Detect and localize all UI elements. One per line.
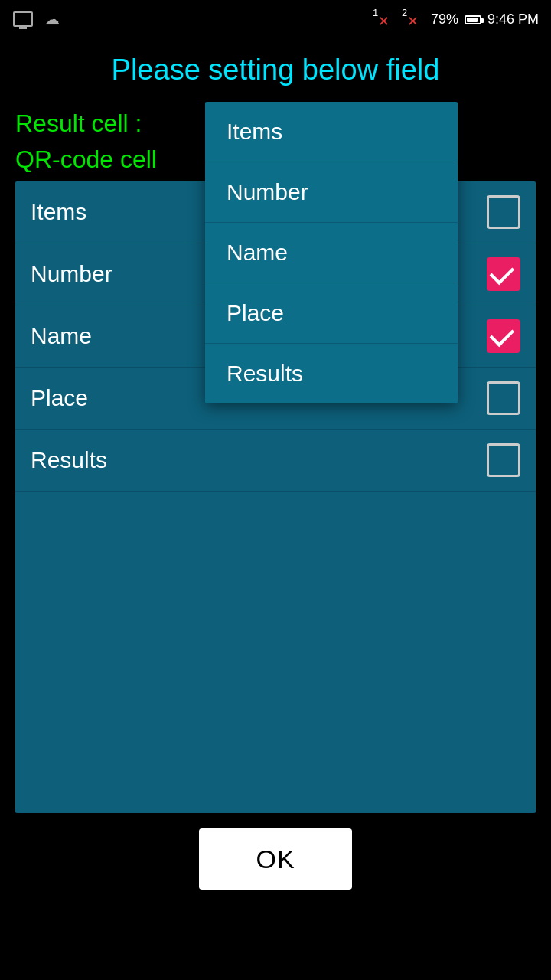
notification-2-badge: 2 ✕ [402,8,425,30]
status-bar: ☁ 1 ✕ 2 ✕ 79% 9:46 PM [0,0,551,38]
dropdown-item-items[interactable]: Items [205,102,458,162]
checkbox-results[interactable] [487,443,520,477]
dropdown-item-name[interactable]: Name [205,223,458,283]
time-display: 9:46 PM [487,11,539,28]
screen-icon [12,8,34,30]
result-cell-label: Result cell : [15,109,142,138]
checkbox-place[interactable] [487,381,520,415]
row-label-items: Items [31,199,86,225]
notification-1-badge: 1 ✕ [373,8,396,30]
page-title: Please setting below field [15,54,536,87]
table-row-results: Results [15,430,536,492]
dropdown-menu: Items Number Name Place Results [205,102,458,403]
ok-button[interactable]: OK [199,828,352,890]
qr-code-cell-label: QR-code cell [15,145,157,174]
row-label-number: Number [31,261,112,287]
dropdown-item-results[interactable]: Results [205,344,458,403]
battery-percentage: 79% [431,11,458,28]
cloud-icon: ☁ [41,8,63,30]
checkbox-name[interactable] [487,319,520,353]
row-label-results: Results [31,447,107,473]
row-label-place: Place [31,385,88,411]
dropdown-item-number[interactable]: Number [205,162,458,223]
dropdown-item-place[interactable]: Place [205,283,458,344]
battery-icon [465,11,481,28]
checkbox-number[interactable] [487,257,520,291]
checkbox-items[interactable] [487,195,520,229]
ok-button-wrapper: OK [0,813,551,920]
table-empty-space [15,492,536,813]
row-label-name: Name [31,323,92,349]
